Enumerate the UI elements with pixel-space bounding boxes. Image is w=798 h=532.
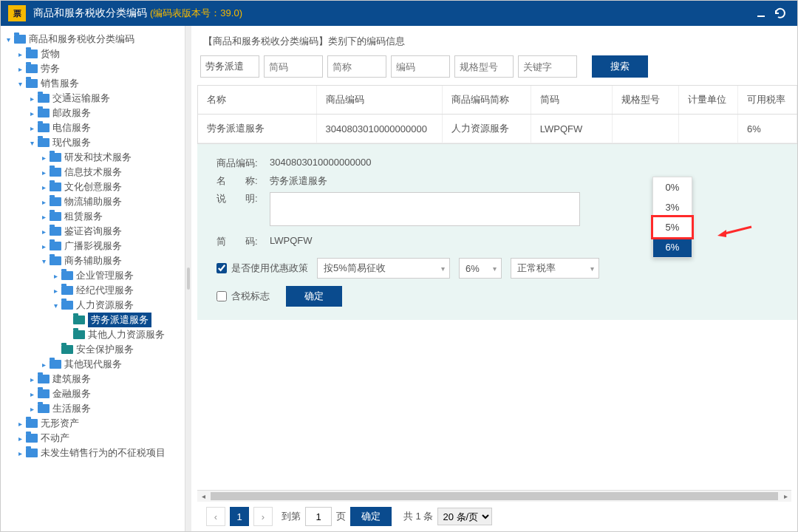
search-field-3[interactable] <box>391 55 450 78</box>
tree-item[interactable]: 商品和服务税收分类编码 <box>4 32 182 47</box>
table-cell: 3040803010000000000 <box>316 115 442 143</box>
tree-item[interactable]: 鉴证咨询服务 <box>4 224 182 239</box>
horizontal-scrollbar[interactable]: ◂▸ <box>197 490 791 502</box>
tree-item[interactable]: 金融服务 <box>4 386 182 401</box>
tree-item[interactable]: 电信服务 <box>4 120 182 135</box>
panel-heading: 【商品和服务税收分类编码】类别下的编码信息 <box>197 32 797 55</box>
tree-item[interactable]: 无形资产 <box>4 416 182 431</box>
shortcode-label: 简 码: <box>216 235 270 248</box>
tree-item[interactable]: 安全保护服务 <box>4 342 182 357</box>
category-tree[interactable]: 商品和服务税收分类编码货物劳务销售服务交通运输服务邮政服务电信服务现代服务研发和… <box>1 26 185 531</box>
tax-included-label: 含税标志 <box>231 290 270 303</box>
tree-item[interactable]: 企业管理服务 <box>4 268 182 283</box>
policy-select[interactable]: 按5%简易征收 <box>317 258 450 279</box>
policy-label: 是否使用优惠政策 <box>231 262 308 275</box>
tax-included-checkbox[interactable] <box>216 291 227 301</box>
tree-item[interactable]: 其他人力资源服务 <box>4 327 182 342</box>
tree-item[interactable]: 生活服务 <box>4 401 182 416</box>
search-field-5[interactable] <box>518 55 577 78</box>
goto-page-input[interactable] <box>305 507 332 526</box>
tree-item[interactable]: 商务辅助服务 <box>4 253 182 268</box>
tree-item[interactable]: 销售服务 <box>4 76 182 91</box>
search-field-4[interactable] <box>454 55 514 78</box>
tree-item[interactable]: 交通运输服务 <box>4 91 182 106</box>
desc-label: 说 明: <box>216 192 270 205</box>
minimize-button[interactable] <box>751 4 771 23</box>
dropdown-option[interactable]: 6% <box>653 237 692 257</box>
rate-select[interactable]: 6% <box>459 258 502 279</box>
search-button[interactable]: 搜索 <box>592 55 648 78</box>
title-bar: 票 商品和服务税收分类编码 (编码表版本号：39.0) <box>1 1 797 26</box>
tree-item[interactable]: 建筑服务 <box>4 372 182 386</box>
tree-item[interactable]: 租赁服务 <box>4 209 182 224</box>
page-size-select[interactable]: 20 条/页 <box>437 508 492 525</box>
confirm-button[interactable]: 确定 <box>286 286 342 307</box>
dropdown-option[interactable]: 5% <box>653 217 692 237</box>
column-header: 商品编码 <box>316 86 442 115</box>
pager: ‹ 1 › 到第 页 确定 共 1 条 20 条/页 <box>197 502 797 531</box>
prev-page-button[interactable]: ‹ <box>206 507 225 526</box>
back-button[interactable] <box>771 4 790 23</box>
table-cell: 6% <box>737 115 797 143</box>
tree-item[interactable]: 货物 <box>4 47 182 61</box>
next-page-button[interactable]: › <box>253 507 273 526</box>
table-cell: 劳务派遣服务 <box>198 115 316 143</box>
total-count: 共 1 条 <box>403 510 433 523</box>
column-header: 简码 <box>531 86 612 115</box>
tree-item[interactable]: 不动产 <box>4 431 182 446</box>
goto-confirm-button[interactable]: 确定 <box>350 507 392 526</box>
table-row[interactable]: 劳务派遣服务3040803010000000000人力资源服务LWPQFW6% <box>198 115 797 143</box>
tree-item[interactable]: 文化创意服务 <box>4 180 182 194</box>
search-field-2[interactable] <box>327 55 386 78</box>
tree-item[interactable]: 信息技术服务 <box>4 165 182 180</box>
table-cell: 人力资源服务 <box>442 115 531 143</box>
column-header: 商品编码简称 <box>442 86 531 115</box>
window-title: 商品和服务税收分类编码 <box>33 7 147 20</box>
tree-item[interactable]: 邮政服务 <box>4 106 182 120</box>
tree-item[interactable]: 研发和技术服务 <box>4 150 182 165</box>
table-cell <box>678 115 737 143</box>
tree-item[interactable]: 物流辅助服务 <box>4 194 182 209</box>
shortcode-value: LWPQFW <box>270 235 313 246</box>
column-header: 名称 <box>198 86 316 115</box>
app-icon: 票 <box>8 5 26 21</box>
splitter[interactable] <box>185 26 191 531</box>
tree-item[interactable]: 劳务派遣服务 <box>4 313 182 327</box>
table-cell <box>612 115 678 143</box>
tree-item[interactable]: 劳务 <box>4 61 182 76</box>
search-row: 搜索 <box>197 55 797 85</box>
name-label: 名 称: <box>216 174 270 188</box>
column-header: 规格型号 <box>612 86 678 115</box>
detail-panel: 商品编码: 3040803010000000000 名 称: 劳务派遣服务 说 … <box>197 144 797 320</box>
tree-item[interactable]: 人力资源服务 <box>4 298 182 313</box>
dropdown-option[interactable]: 3% <box>653 197 692 217</box>
code-value: 3040803010000000000 <box>270 157 371 168</box>
status-select[interactable]: 正常税率 <box>511 258 599 279</box>
tree-item[interactable]: 其他现代服务 <box>4 357 182 372</box>
search-field-0[interactable] <box>200 55 259 78</box>
rate-dropdown[interactable]: 0%3%5%6% <box>652 177 692 258</box>
tree-item[interactable]: 现代服务 <box>4 135 182 150</box>
description-input[interactable] <box>270 192 580 226</box>
dropdown-option[interactable]: 0% <box>653 177 692 197</box>
code-label: 商品编码: <box>216 157 270 170</box>
column-header: 计量单位 <box>678 86 737 115</box>
table-cell: LWPQFW <box>531 115 612 143</box>
results-table: 名称商品编码商品编码简称简码规格型号计量单位可用税率 劳务派遣服务3040803… <box>197 85 797 144</box>
tree-item[interactable]: 广播影视服务 <box>4 239 182 253</box>
tree-item[interactable]: 未发生销售行为的不征税项目 <box>4 446 182 460</box>
tree-item[interactable]: 经纪代理服务 <box>4 283 182 298</box>
search-field-1[interactable] <box>264 55 323 78</box>
policy-checkbox[interactable] <box>216 263 227 273</box>
main-panel: 【商品和服务税收分类编码】类别下的编码信息 搜索 名称商品编码商品编码简称简码规… <box>191 26 797 531</box>
name-value: 劳务派遣服务 <box>270 174 327 188</box>
goto-label: 到第 <box>282 510 301 523</box>
version-label: (编码表版本号：39.0) <box>150 7 242 20</box>
page-1-button[interactable]: 1 <box>230 507 249 526</box>
goto-page-unit: 页 <box>336 510 346 523</box>
column-header: 可用税率 <box>737 86 797 115</box>
